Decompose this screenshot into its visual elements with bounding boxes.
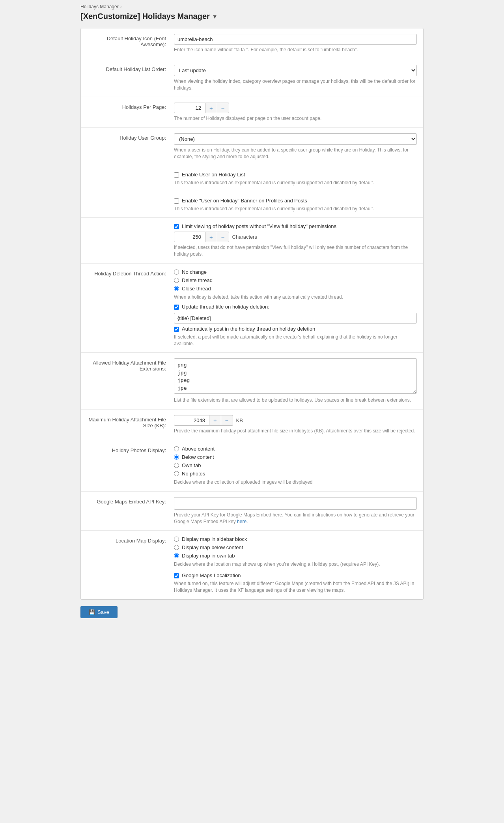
location-map-display-row: Location Map Display: Display map in sid… (81, 531, 423, 599)
allowed-extensions-hint: List the file extensions that are allowe… (174, 397, 417, 404)
google-maps-api-key-row: Google Maps Embed API Key: Provide your … (81, 492, 423, 531)
holidays-per-page-input[interactable] (174, 103, 205, 113)
deletion-action-delete-thread-radio[interactable] (174, 278, 179, 283)
enable-holiday-list-label-empty (87, 172, 174, 173)
photos-display-no-photos-radio[interactable] (174, 471, 179, 476)
holidays-per-page-label: Holidays Per Page: (87, 103, 174, 110)
limit-viewing-checkbox-label[interactable]: Limit viewing of holiday posts without "… (182, 223, 336, 229)
max-file-size-label: Maximum Holiday Attachment File Size (KB… (87, 415, 174, 428)
deletion-action-no-change-row: No change (174, 269, 417, 275)
limit-viewing-hint: If selected, users that do not have perm… (174, 244, 417, 258)
deletion-action-close-thread-radio[interactable] (174, 286, 179, 291)
breadcrumb-separator: › (120, 4, 122, 9)
location-map-display-hint: Decides where the location map shows up … (174, 561, 417, 568)
page-title-dropdown-arrow[interactable]: ▼ (212, 13, 218, 20)
max-file-size-content: + − KB Provide the maximum holiday post … (174, 415, 417, 434)
holidays-per-page-row: Holidays Per Page: + − The number of Hol… (81, 97, 423, 128)
photos-display-no-photos-label[interactable]: No photos (182, 471, 205, 477)
holiday-user-group-label: Holiday User Group: (87, 133, 174, 141)
update-thread-title-label[interactable]: Update thread title on holiday deletion: (182, 304, 269, 310)
thread-title-input[interactable] (174, 313, 417, 324)
holidays-per-page-plus[interactable]: + (205, 103, 217, 113)
enable-banner-checkbox-label[interactable]: Enable "User on Holiday" Banner on Profi… (182, 198, 307, 204)
enable-banner-checkbox[interactable] (174, 198, 179, 204)
limit-viewing-minus[interactable]: − (217, 232, 229, 242)
holidays-per-page-content: + − The number of Holidays displayed per… (174, 103, 417, 122)
photos-display-content: Above content Below content Own tab No p… (174, 446, 417, 486)
breadcrumb-parent[interactable]: Holidays Manager (80, 4, 119, 9)
max-file-size-group: + − KB (174, 415, 417, 426)
enable-banner-hint: This feature is introduced as experiment… (174, 206, 417, 212)
photos-display-below-row: Below content (174, 454, 417, 460)
enable-holiday-list-hint: This feature is introduced as experiment… (174, 180, 417, 186)
google-maps-localization-checkbox-row: Google Maps Localization (174, 572, 417, 578)
location-map-below-radio[interactable] (174, 545, 179, 550)
limit-viewing-content: Limit viewing of holiday posts without "… (174, 223, 417, 258)
page-title-text: [XenCustomize] Holidays Manager (80, 12, 210, 21)
google-maps-api-key-label: Google Maps Embed API Key: (87, 497, 174, 505)
photos-display-row: Holiday Photos Display: Above content Be… (81, 440, 423, 492)
limit-viewing-characters-group: + − Characters (174, 232, 417, 242)
enable-holiday-list-checkbox-label[interactable]: Enable User on Holiday List (182, 172, 245, 178)
location-map-sidebar-label[interactable]: Display map in sidebar block (182, 536, 247, 542)
max-file-size-input[interactable] (174, 415, 209, 426)
default-list-order-select[interactable]: Last update Title Date Created Most View… (174, 65, 417, 76)
default-list-order-content: Last update Title Date Created Most View… (174, 65, 417, 92)
auto-post-hint: If selected, a post will be made automat… (174, 334, 417, 347)
enable-banner-checkbox-row: Enable "User on Holiday" Banner on Profi… (174, 198, 417, 204)
location-map-own-tab-radio[interactable] (174, 553, 179, 558)
enable-banner-row: Enable "User on Holiday" Banner on Profi… (81, 192, 423, 218)
photos-display-own-tab-row: Own tab (174, 462, 417, 468)
default-holiday-icon-input[interactable] (174, 34, 417, 45)
save-button[interactable]: 💾 Save (80, 606, 118, 618)
google-maps-localization-checkbox[interactable] (174, 573, 179, 578)
max-file-size-minus[interactable]: − (221, 415, 233, 426)
holiday-user-group-select[interactable]: (None) (174, 133, 417, 145)
photos-display-hint: Decides where the collection of uploaded… (174, 479, 417, 486)
google-maps-api-key-content: Provide your API Key for Google Maps Emb… (174, 497, 417, 525)
deletion-action-close-thread-label[interactable]: Close thread (182, 286, 211, 292)
holidays-per-page-minus[interactable]: − (217, 103, 229, 113)
holiday-user-group-hint: When a user is on Holiday, they can be a… (174, 147, 417, 160)
allowed-extensions-content: png jpg jpeg jpe gif List the file exten… (174, 358, 417, 404)
allowed-extensions-row: Allowed Holiday Attachment File Extensio… (81, 353, 423, 410)
auto-post-checkbox[interactable] (174, 327, 179, 332)
default-holiday-icon-row: Default Holiday Icon (Font Awesome): Ent… (81, 28, 423, 59)
allowed-extensions-textarea[interactable]: png jpg jpeg jpe gif (174, 358, 417, 394)
holiday-user-group-content: (None) When a user is on Holiday, they c… (174, 133, 417, 160)
holiday-user-group-row: Holiday User Group: (None) When a user i… (81, 128, 423, 166)
deletion-action-no-change-radio[interactable] (174, 269, 179, 275)
save-icon: 💾 (89, 609, 95, 615)
breadcrumb: Holidays Manager › (80, 4, 424, 9)
save-button-label: Save (97, 609, 109, 615)
limit-viewing-characters-label: Characters (232, 234, 258, 240)
google-maps-api-key-link[interactable]: here (237, 519, 246, 524)
photos-display-above-label[interactable]: Above content (182, 446, 215, 452)
max-file-size-plus[interactable]: + (209, 415, 221, 426)
google-maps-api-key-input[interactable] (174, 497, 417, 510)
photos-display-below-radio[interactable] (174, 455, 179, 460)
location-map-sidebar-radio[interactable] (174, 537, 179, 542)
location-map-own-tab-row: Display map in own tab (174, 553, 417, 559)
enable-holiday-list-row: Enable User on Holiday List This feature… (81, 166, 423, 192)
photos-display-below-label[interactable]: Below content (182, 454, 214, 460)
limit-viewing-characters-input[interactable] (174, 232, 205, 242)
location-map-below-row: Display map below content (174, 544, 417, 550)
photos-display-own-tab-label[interactable]: Own tab (182, 462, 201, 468)
photos-display-own-tab-radio[interactable] (174, 463, 179, 468)
photos-display-above-radio[interactable] (174, 446, 179, 451)
deletion-action-delete-thread-label[interactable]: Delete thread (182, 277, 213, 283)
google-maps-localization-label[interactable]: Google Maps Localization (182, 572, 241, 578)
limit-viewing-plus[interactable]: + (205, 232, 217, 242)
location-map-below-label[interactable]: Display map below content (182, 544, 243, 550)
limit-viewing-checkbox[interactable] (174, 224, 179, 229)
update-thread-title-checkbox[interactable] (174, 305, 179, 310)
max-file-size-hint: Provide the maximum holiday post attachm… (174, 428, 417, 434)
holidays-per-page-hint: The number of Holidays displayed per pag… (174, 115, 417, 122)
enable-holiday-list-checkbox[interactable] (174, 172, 179, 178)
deletion-action-no-change-label[interactable]: No change (182, 269, 207, 275)
photos-display-above-row: Above content (174, 446, 417, 452)
settings-form: Default Holiday Icon (Font Awesome): Ent… (80, 28, 424, 600)
auto-post-label[interactable]: Automatically post in the holiday thread… (182, 326, 315, 332)
location-map-own-tab-label[interactable]: Display map in own tab (182, 553, 235, 559)
